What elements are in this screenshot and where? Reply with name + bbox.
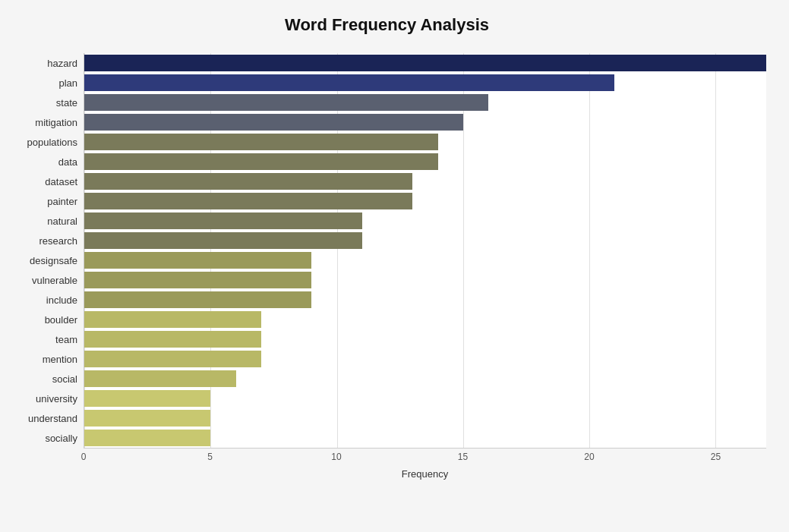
- bar-designsafe: [84, 252, 311, 269]
- bar-populations: [84, 134, 438, 150]
- bar-row-dataset: [84, 172, 766, 191]
- bar-row-include: [84, 290, 766, 310]
- chart-title: Word Frequency Analysis: [8, 15, 766, 35]
- bar-row-boulder: [84, 310, 766, 329]
- bar-row-painter: [84, 191, 766, 211]
- y-label-university: university: [36, 394, 77, 404]
- y-label-plan: plan: [58, 78, 77, 88]
- bar-row-understand: [84, 408, 766, 428]
- bar-row-university: [84, 389, 766, 408]
- x-tick-5: 5: [207, 452, 213, 462]
- x-tick-15: 15: [458, 452, 468, 462]
- y-label-state: state: [56, 98, 77, 108]
- y-label-mitigation: mitigation: [35, 118, 77, 127]
- y-label-mention: mention: [43, 354, 77, 364]
- y-label-socially: socially: [45, 433, 77, 443]
- bar-data: [84, 153, 438, 170]
- y-label-research: research: [39, 236, 77, 246]
- bar-row-populations: [84, 132, 766, 152]
- bar-mention: [84, 351, 261, 367]
- bar-boulder: [84, 311, 261, 328]
- bar-row-mitigation: [84, 112, 766, 132]
- bar-row-socially: [84, 428, 766, 448]
- y-label-team: team: [55, 335, 77, 345]
- bar-state: [84, 94, 488, 111]
- y-label-include: include: [46, 295, 77, 305]
- bar-row-data: [84, 152, 766, 172]
- chart-container: Word Frequency Analysis hazardplanstatem…: [0, 0, 789, 532]
- y-label-painter: painter: [47, 197, 77, 206]
- x-tick-25: 25: [711, 452, 721, 462]
- x-axis-label: Frequency: [84, 468, 766, 480]
- bars-section: hazardplanstatemitigationpopulationsdata…: [8, 53, 766, 449]
- bar-painter: [84, 193, 412, 209]
- bar-social: [84, 370, 236, 387]
- bar-row-hazard: [84, 53, 766, 73]
- bar-row-natural: [84, 211, 766, 231]
- bar-natural: [84, 212, 362, 229]
- bar-hazard: [84, 55, 766, 71]
- y-labels: hazardplanstatemitigationpopulationsdata…: [8, 53, 84, 449]
- y-label-dataset: dataset: [45, 177, 77, 187]
- x-tick-0: 0: [81, 452, 87, 462]
- bar-row-plan: [84, 73, 766, 93]
- y-label-populations: populations: [27, 137, 78, 147]
- x-tick-20: 20: [584, 452, 594, 462]
- y-label-boulder: boulder: [45, 315, 77, 325]
- bar-row-research: [84, 231, 766, 250]
- y-label-designsafe: designsafe: [30, 256, 77, 266]
- y-label-vulnerable: vulnerable: [32, 275, 77, 285]
- bar-vulnerable: [84, 272, 311, 288]
- bar-understand: [84, 410, 210, 427]
- plot-area: [84, 53, 766, 449]
- bar-row-social: [84, 369, 766, 389]
- bar-include: [84, 291, 311, 308]
- bar-row-mention: [84, 349, 766, 369]
- x-tick-10: 10: [331, 452, 341, 462]
- bar-socially: [84, 430, 210, 446]
- chart-area: hazardplanstatemitigationpopulationsdata…: [8, 53, 766, 479]
- y-label-data: data: [58, 157, 77, 167]
- bar-row-state: [84, 93, 766, 112]
- bar-team: [84, 331, 261, 348]
- y-label-social: social: [52, 374, 77, 384]
- bar-row-vulnerable: [84, 270, 766, 290]
- bar-row-team: [84, 329, 766, 349]
- y-label-understand: understand: [28, 414, 77, 423]
- bar-research: [84, 232, 362, 249]
- bar-dataset: [84, 173, 412, 190]
- y-label-natural: natural: [47, 216, 77, 226]
- y-label-hazard: hazard: [47, 58, 77, 68]
- bar-row-designsafe: [84, 250, 766, 270]
- bar-mitigation: [84, 114, 463, 131]
- bar-plan: [84, 74, 614, 91]
- bar-university: [84, 390, 210, 407]
